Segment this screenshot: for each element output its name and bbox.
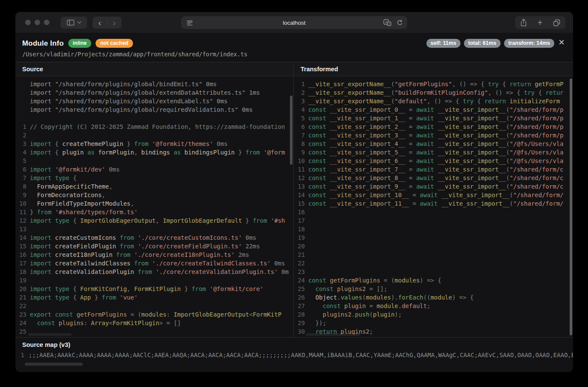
code-line: 17 (294, 216, 573, 225)
translate-icon[interactable]: A x (383, 19, 391, 26)
browser-toolbar: ‹ › localhost A x (15, 12, 573, 33)
code-line: 14import createCustomIcons from './core/… (15, 233, 293, 242)
source-code[interactable]: import "/shared/form/plugins/global/bind… (15, 76, 293, 335)
code-line: 2 (15, 131, 293, 140)
reload-icon[interactable] (397, 20, 403, 26)
line-number: 21 (294, 250, 305, 259)
module-link[interactable]: "getFormPlugins" (394, 81, 452, 87)
back-button[interactable]: ‹ (93, 17, 107, 28)
transformed-horizontal-scrollbar[interactable] (306, 333, 360, 336)
transformed-vertical-scrollbar[interactable] (570, 79, 572, 335)
module-link[interactable]: '@formkit/themes' (148, 140, 213, 147)
timing-badge: total: 61ms (464, 39, 501, 48)
module-link[interactable]: "/@fs/Users/vla (510, 157, 563, 164)
module-link[interactable]: "/shared/form/p (510, 115, 563, 122)
code-line: 13const __vite_ssr_import_9__ = await __… (294, 182, 573, 191)
toolbar-right-buttons: + (515, 16, 565, 29)
code-line: 8 FormAppSpecificTheme, (15, 182, 293, 191)
module-link[interactable]: "/shared/form/p (510, 123, 563, 130)
line-number: 9 (15, 191, 26, 199)
line-number: 3 (15, 140, 26, 148)
line-number: 19 (294, 233, 305, 242)
module-link[interactable]: "/shared/form/ (513, 192, 564, 198)
line-number: 25 (294, 285, 305, 293)
forward-button[interactable]: › (107, 17, 122, 28)
code-line: 16import createI18nPlugin from './core/c… (15, 250, 293, 259)
module-link[interactable]: './core/createI18nPlugin.ts' (130, 251, 235, 258)
line-number: 28 (294, 310, 305, 319)
line-number: 22 (294, 259, 305, 268)
line-number: 11 (15, 208, 26, 216)
module-link[interactable]: "/shared/form/ (513, 200, 564, 207)
code-line: import "/shared/form/plugins/global/requ… (15, 105, 293, 114)
module-link[interactable]: '@formkit/dev' (52, 166, 105, 173)
code-line: 9 FormDecoratorIcons, (15, 191, 293, 199)
line-number: 23 (294, 268, 305, 276)
line-number: 14 (15, 233, 26, 242)
line-number: 6 (15, 165, 26, 174)
module-link[interactable]: "/@fs/Users/vla (510, 149, 563, 156)
code-line: 15const __vite_ssr_import_11__ = await _… (294, 199, 573, 208)
source-panel-title: Source (15, 62, 293, 76)
source-map-mappings: ;;;AAEA;AAAkC;AAAA;AAAA;AAAA;AAClC;AAEA;… (29, 351, 573, 359)
code-line: 14const __vite_ssr_import_10__ = await _… (294, 191, 573, 199)
transformed-panel[interactable]: Transformed 1__vite_ssr_exportName__("ge… (294, 62, 573, 337)
address-bar[interactable]: localhost A x (181, 16, 407, 29)
line-number: 8 (15, 182, 26, 191)
code-line: 5 (15, 157, 293, 165)
module-link[interactable]: "/shared/form/c (510, 183, 563, 190)
module-link[interactable]: './core/createTailwindClasses.ts' (148, 260, 271, 267)
browser-window: ‹ › localhost A x (15, 12, 573, 372)
zoom-window-button[interactable] (44, 20, 49, 25)
line-number (15, 114, 26, 122)
module-link[interactable]: "/@fs/Users/vla (510, 140, 563, 147)
code-line: import "/shared/form/plugins/global/exte… (15, 97, 293, 105)
module-link[interactable]: "/shared/form/p (510, 106, 563, 113)
line-number: 2 (294, 88, 305, 97)
module-link[interactable]: "/shared/form/c (510, 166, 563, 173)
svg-text:x: x (388, 22, 390, 25)
module-link[interactable]: '#sh (267, 217, 285, 224)
code-line: 10 FormFieldTypeImportModules, (15, 199, 293, 208)
code-line: 15import createFieldPlugin from './core/… (15, 242, 293, 250)
line-number: 5 (294, 114, 305, 122)
module-link[interactable]: default (402, 303, 427, 309)
module-link[interactable]: './core/createFieldPlugin.ts' (134, 243, 242, 250)
source-map-section: Source map (v3) 1 ;;;AAEA;AAAkC;AAAA;AAA… (15, 337, 573, 369)
sidebar-toggle-button[interactable] (61, 17, 87, 29)
module-link[interactable]: '@form (260, 149, 285, 156)
source-horizontal-scrollbar[interactable] (28, 333, 72, 336)
new-tab-button[interactable]: + (537, 18, 542, 27)
tab-overview-icon[interactable] (553, 19, 561, 27)
line-number: 19 (15, 276, 26, 285)
source-map-horizontal-scrollbar[interactable] (25, 363, 83, 366)
code-line: 20 (294, 242, 573, 250)
source-panel[interactable]: Source import "/shared/form/plugins/glob… (15, 62, 294, 337)
line-number (15, 88, 26, 97)
module-info-header: Module Info inline not cached self: 11ms… (15, 33, 573, 62)
module-link[interactable]: '@formkit/core' (206, 285, 264, 292)
module-link[interactable]: './core/createCustomIcons.ts' (134, 234, 242, 241)
code-line: 13 (15, 225, 293, 233)
module-link[interactable]: "/shared/form/c (510, 175, 563, 181)
close-button[interactable]: × (556, 36, 567, 48)
module-link[interactable]: "/shared/form/p (510, 132, 563, 139)
line-number: 12 (294, 174, 305, 182)
module-link[interactable]: './core/createValidationPlugin.ts' (152, 268, 278, 275)
reader-icon[interactable] (186, 20, 193, 26)
line-number: 16 (15, 250, 26, 259)
minimize-window-button[interactable] (35, 20, 40, 25)
module-link[interactable]: "default" (394, 98, 427, 105)
transformed-code[interactable]: 1__vite_ssr_exportName__("getFormPlugins… (294, 76, 573, 335)
module-link[interactable]: "buildFormKitPluginConfig" (394, 89, 488, 96)
url-text: localhost (181, 20, 407, 26)
line-number: 30 (294, 327, 305, 335)
module-link[interactable]: '#shared/types/form.ts' (52, 209, 138, 215)
source-vertical-scrollbar[interactable] (290, 96, 293, 165)
close-window-button[interactable] (25, 20, 31, 25)
code-line: 11const __vite_ssr_import_7__ = await __… (294, 165, 573, 174)
code-line: 23 (294, 268, 573, 276)
module-link[interactable]: 'vue' (116, 294, 138, 301)
code-line: 7const __vite_ssr_import_3__ = await __v… (294, 131, 573, 140)
share-icon[interactable] (520, 18, 527, 27)
